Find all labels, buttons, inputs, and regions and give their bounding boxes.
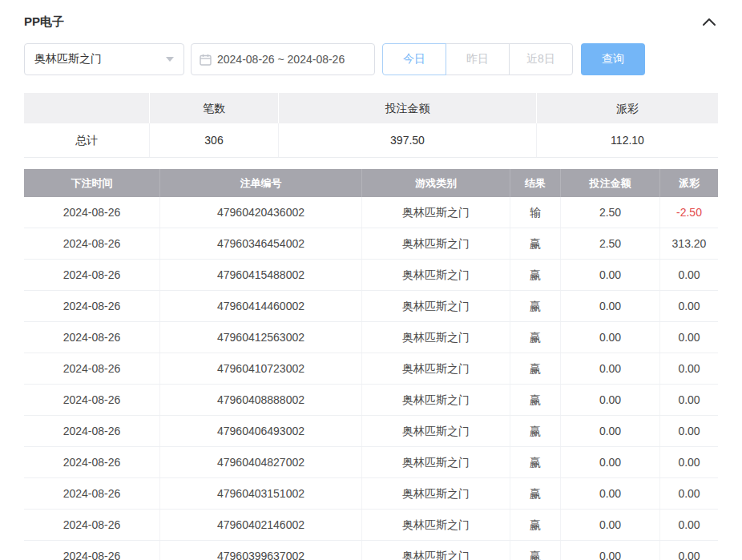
table-cell: 0.00 <box>561 353 660 384</box>
table-header-cell: 投注金额 <box>561 169 660 197</box>
table-cell: 2024-08-26 <box>24 447 160 477</box>
table-row: 2024-08-2647960346454002奥林匹斯之门赢2.50313.2… <box>24 228 718 260</box>
table-cell: 0.00 <box>561 478 660 509</box>
table-cell: 313.20 <box>660 228 718 259</box>
table-cell: 2024-08-26 <box>24 228 160 259</box>
table-cell: 赢 <box>510 416 561 446</box>
table-cell: 2024-08-26 <box>24 416 160 446</box>
search-button[interactable]: 查询 <box>581 43 645 75</box>
table-row: 2024-08-2647960420436002奥林匹斯之门输2.50-2.50 <box>24 197 718 228</box>
table-cell: 赢 <box>510 228 561 259</box>
table-cell: 赢 <box>510 478 561 509</box>
table-cell: 赢 <box>510 322 561 353</box>
table-row: 2024-08-2647960404827002奥林匹斯之门赢0.000.00 <box>24 447 718 478</box>
table-cell: 赢 <box>510 447 561 477</box>
table-cell: 0.00 <box>660 353 718 384</box>
table-cell: 0.00 <box>561 260 660 290</box>
date-range-value: 2024-08-26 ~ 2024-08-26 <box>217 53 345 66</box>
game-select[interactable]: 奥林匹斯之门 <box>24 43 184 75</box>
table-cell: 47960412563002 <box>160 322 362 353</box>
table-cell: 奥林匹斯之门 <box>362 510 510 540</box>
table-cell: 2024-08-26 <box>24 260 160 290</box>
table-cell: 0.00 <box>561 416 660 446</box>
summary-header-cell <box>24 93 150 123</box>
date-range-input[interactable]: 2024-08-26 ~ 2024-08-26 <box>191 43 375 75</box>
table-cell: 奥林匹斯之门 <box>362 385 510 415</box>
table-cell: 奥林匹斯之门 <box>362 322 510 353</box>
summary-payout-value: 112.10 <box>537 123 718 157</box>
table-cell: 2024-08-26 <box>24 291 160 321</box>
bet-records-table: 下注时间注单编号游戏类别结果投注金额派彩 2024-08-26479604204… <box>24 169 718 560</box>
table-header-cell: 注单编号 <box>160 169 362 197</box>
table-cell: 2024-08-26 <box>24 385 160 415</box>
table-cell: 2024-08-26 <box>24 353 160 384</box>
table-row: 2024-08-2647960412563002奥林匹斯之门赢0.000.00 <box>24 322 718 353</box>
table-header-cell: 游戏类别 <box>362 169 510 197</box>
table-cell: 0.00 <box>561 322 660 353</box>
table-cell: 奥林匹斯之门 <box>362 197 510 228</box>
table-cell: 47960415488002 <box>160 260 362 290</box>
table-cell: 47960403151002 <box>160 478 362 509</box>
table-row: 2024-08-2647960415488002奥林匹斯之门赢0.000.00 <box>24 260 718 291</box>
table-cell: 赢 <box>510 510 561 540</box>
summary-header-cell: 笔数 <box>150 93 279 123</box>
quick-filter-button[interactable]: 今日 <box>382 43 446 75</box>
table-cell: 0.00 <box>660 322 718 353</box>
table-cell: 赢 <box>510 260 561 290</box>
table-cell: 0.00 <box>561 510 660 540</box>
table-cell: 奥林匹斯之门 <box>362 353 510 384</box>
quick-filter-button[interactable]: 近8日 <box>509 43 573 75</box>
table-cell: 47960414460002 <box>160 291 362 321</box>
table-cell: 0.00 <box>660 541 718 560</box>
table-cell: 赢 <box>510 291 561 321</box>
table-cell: 2.50 <box>561 197 660 228</box>
summary-total-label: 总计 <box>24 123 150 157</box>
table-header-cell: 派彩 <box>660 169 718 197</box>
caret-down-icon <box>166 57 174 62</box>
table-cell: 0.00 <box>660 416 718 446</box>
table-cell: 0.00 <box>660 385 718 415</box>
summary-header-row: 笔数投注金额派彩 <box>24 93 718 123</box>
table-cell: 奥林匹斯之门 <box>362 447 510 477</box>
table-cell: 赢 <box>510 353 561 384</box>
calendar-icon <box>200 54 212 66</box>
panel-title: PP电子 <box>24 14 64 30</box>
collapse-button[interactable] <box>700 15 718 28</box>
pp-electronic-panel: PP电子 奥林匹斯之门 2024-08-26 ~ 2024-08-26 今日昨日… <box>0 0 742 560</box>
table-cell: 赢 <box>510 385 561 415</box>
table-cell: 47960402146002 <box>160 510 362 540</box>
table-cell: 47960420436002 <box>160 197 362 228</box>
table-cell: 47960399637002 <box>160 541 362 560</box>
table-cell: 2.50 <box>561 228 660 259</box>
table-row: 2024-08-2647960402146002奥林匹斯之门赢0.000.00 <box>24 510 718 541</box>
table-cell: 2024-08-26 <box>24 478 160 509</box>
chevron-up-icon <box>702 17 716 29</box>
table-cell: 47960346454002 <box>160 228 362 259</box>
table-cell: 奥林匹斯之门 <box>362 291 510 321</box>
quick-filter-button[interactable]: 昨日 <box>446 43 510 75</box>
table-cell: 0.00 <box>561 291 660 321</box>
table-cell: 奥林匹斯之门 <box>362 416 510 446</box>
summary-table: 笔数投注金额派彩 总计 306 397.50 112.10 <box>24 93 718 158</box>
table-cell: 2024-08-26 <box>24 197 160 228</box>
summary-count-value: 306 <box>150 123 279 157</box>
table-cell: 奥林匹斯之门 <box>362 541 510 560</box>
table-cell: 2024-08-26 <box>24 322 160 353</box>
table-cell: 47960408888002 <box>160 385 362 415</box>
table-row: 2024-08-2647960408888002奥林匹斯之门赢0.000.00 <box>24 385 718 416</box>
table-cell: 奥林匹斯之门 <box>362 260 510 290</box>
table-cell: -2.50 <box>660 197 718 228</box>
table-row: 2024-08-2647960403151002奥林匹斯之门赢0.000.00 <box>24 478 718 510</box>
table-cell: 2024-08-26 <box>24 541 160 560</box>
table-header-row: 下注时间注单编号游戏类别结果投注金额派彩 <box>24 169 718 197</box>
game-select-value: 奥林匹斯之门 <box>34 52 102 66</box>
filter-bar: 奥林匹斯之门 2024-08-26 ~ 2024-08-26 今日昨日近8日 查… <box>24 43 718 75</box>
table-cell: 0.00 <box>660 478 718 509</box>
table-cell: 47960406493002 <box>160 416 362 446</box>
table-row: 2024-08-2647960406493002奥林匹斯之门赢0.000.00 <box>24 416 718 447</box>
table-row: 2024-08-2647960410723002奥林匹斯之门赢0.000.00 <box>24 353 718 385</box>
summary-bet-amount-value: 397.50 <box>279 123 537 157</box>
table-body: 2024-08-2647960420436002奥林匹斯之门输2.50-2.50… <box>24 197 718 560</box>
quick-filter-group: 今日昨日近8日 <box>382 43 573 75</box>
table-cell: 0.00 <box>561 385 660 415</box>
